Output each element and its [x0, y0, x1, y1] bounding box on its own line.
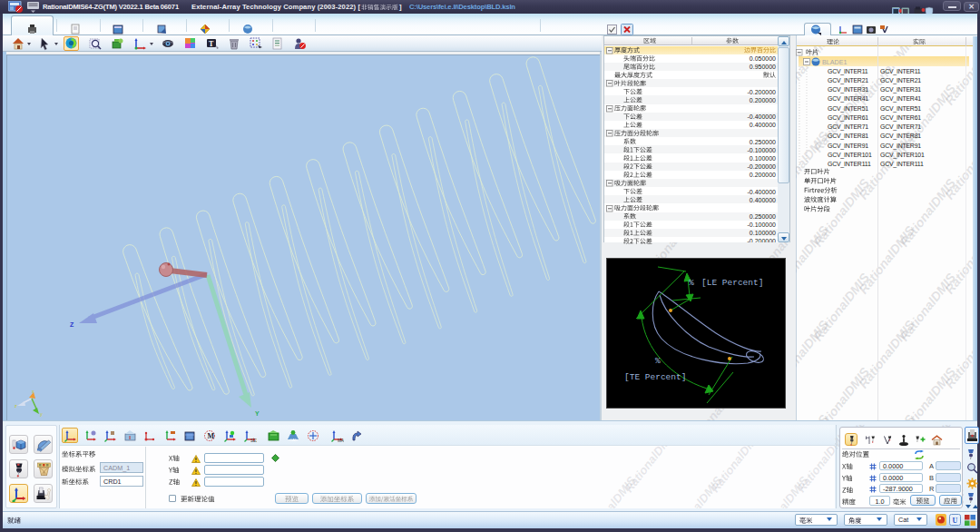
svg-text:U: U	[953, 517, 958, 525]
svg-text:MAP: MAP	[338, 438, 344, 442]
svg-text:M: M	[208, 432, 215, 440]
svg-text:SE1: SE1	[250, 438, 257, 442]
svg-text:%: %	[689, 278, 694, 288]
svg-text:T: T	[209, 40, 214, 48]
svg-text:%: %	[655, 356, 661, 366]
svg-text:[LE Percent]: [LE Percent]	[701, 278, 763, 288]
svg-text:Z: Z	[70, 321, 74, 328]
svg-text:CAD: CAD	[289, 438, 298, 442]
svg-text:z: z	[15, 403, 17, 409]
svg-text:[TE Percent]: [TE Percent]	[624, 372, 686, 382]
svg-text:x: x	[32, 389, 34, 394]
svg-text:y: y	[40, 411, 43, 417]
svg-text:Y: Y	[255, 410, 260, 417]
